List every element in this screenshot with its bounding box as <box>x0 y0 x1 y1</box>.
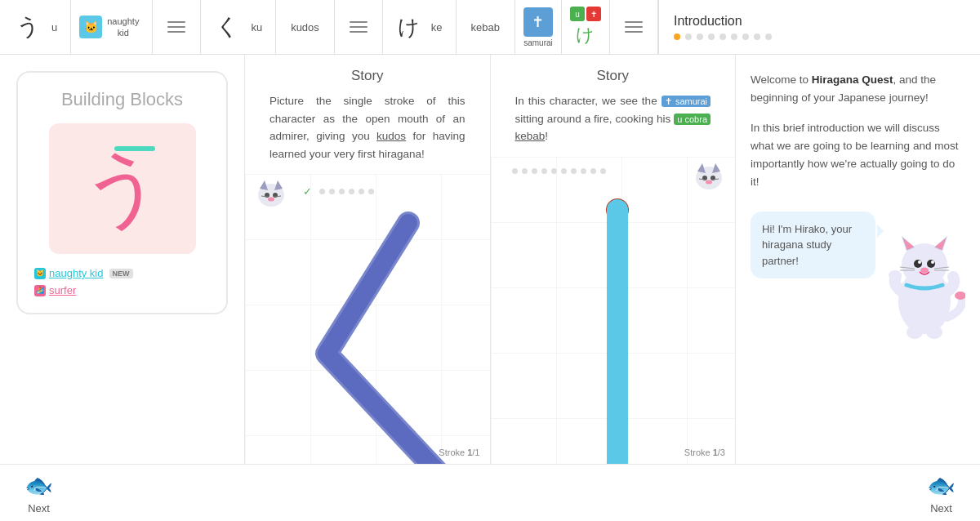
svg-point-35 <box>906 326 923 339</box>
nav-group-samurai[interactable]: ✝ samurai <box>515 0 562 54</box>
nav-dot-5 <box>719 33 726 40</box>
nav-jp-u: う <box>16 11 40 42</box>
nav-jp-ke: け <box>398 13 420 42</box>
story-panels: Story Picture the single stroke of this … <box>245 55 735 464</box>
tag-surfer[interactable]: 🏄 surfer <box>34 284 133 296</box>
fish-icon-left: 🐟 <box>24 472 53 499</box>
nav-dot-9 <box>765 33 772 40</box>
intro-para-2: In this brief introduction we will discu… <box>751 119 965 192</box>
nav-group-ku[interactable]: く ku <box>201 0 276 54</box>
ke-drawing <box>491 157 736 464</box>
nav-rom-u: u <box>47 21 62 33</box>
nav-group-kudos[interactable]: kudos <box>276 0 335 54</box>
nav-group-u[interactable]: う u <box>0 0 71 54</box>
nav-dot-8 <box>754 33 760 40</box>
next-button-left[interactable]: 🐟 Next <box>24 472 53 514</box>
teal-icon: 🐱 <box>34 268 46 279</box>
story-text-2: In this character, we see the ✝ samurai … <box>491 92 736 157</box>
svg-point-14 <box>706 180 712 184</box>
hamburger-menu-1[interactable] <box>156 21 197 33</box>
nav-dot-2 <box>685 33 692 40</box>
story-header-1: Story <box>245 55 490 92</box>
drawing-area-2: Stroke 1/3 <box>491 157 736 464</box>
stroke-line <box>114 146 155 151</box>
nav-samurai-label: samurai <box>523 38 553 47</box>
nav-rom-ku: ku <box>246 21 267 33</box>
nav-dot-7 <box>742 33 749 40</box>
story-header-2: Story <box>491 55 736 92</box>
svg-point-27 <box>918 260 921 264</box>
svg-point-29 <box>920 267 929 273</box>
hamburger-menu-2[interactable] <box>338 21 379 33</box>
pink-icon: 🏄 <box>34 285 46 296</box>
next-label-left: Next <box>28 502 50 514</box>
building-blocks-card: Building Blocks う 🐱 naughty kid NEW 🏄 su… <box>16 71 228 314</box>
bottom-bar: 🐟 Next 🐟 Next <box>0 464 980 521</box>
nav-label-naughty-kid: naughty kid <box>102 16 144 39</box>
nav-group-green-char[interactable]: u ✝ け <box>562 0 610 54</box>
right-panel: Welcome to Hiragana Quest, and the begin… <box>735 55 980 464</box>
top-navigation: う u 🐱 naughty kid く ku kudos け k <box>0 0 980 55</box>
intro-title: Introduction <box>674 14 965 29</box>
middle-section: Story Picture the single stroke of this … <box>245 55 735 464</box>
nav-group-naughty-kid[interactable]: 🐱 naughty kid <box>71 0 153 54</box>
samurai-tag: ✝ samurai <box>662 96 710 107</box>
nav-jp-ku: く <box>216 11 239 42</box>
left-panel: Building Blocks う 🐱 naughty kid NEW 🏄 su… <box>0 55 245 464</box>
stroke-label-1: Stroke 1/1 <box>439 448 479 457</box>
nav-dot-6 <box>731 33 737 40</box>
nav-kebab: kebab <box>466 21 505 33</box>
samurai-icon: ✝ <box>523 7 553 37</box>
nav-char-u: う <box>10 11 47 42</box>
nav-intro-group: Introduction <box>658 0 980 54</box>
hirako-character <box>884 212 965 345</box>
next-button-right[interactable]: 🐟 Next <box>927 472 956 514</box>
ku-drawing <box>245 174 490 464</box>
stroke-label-2: Stroke 1/3 <box>684 448 725 457</box>
svg-point-36 <box>926 326 942 339</box>
svg-point-37 <box>955 292 965 300</box>
nav-hamburger-1[interactable] <box>153 0 201 54</box>
svg-point-34 <box>889 270 902 280</box>
main-content: Building Blocks う 🐱 naughty kid NEW 🏄 su… <box>0 55 980 464</box>
samurai-icon-small: ✝ <box>586 7 601 21</box>
tag-naughty-kid[interactable]: 🐱 naughty kid NEW <box>34 267 133 279</box>
nav-hamburger-2[interactable] <box>335 0 383 54</box>
hirako-section: Hi! I'm Hirako, your hiragana study part… <box>751 212 965 345</box>
nav-rom-ke: ke <box>426 21 448 33</box>
next-label-right: Next <box>930 502 952 514</box>
brand-name: Hiragana Quest <box>812 73 893 86</box>
building-blocks-title: Building Blocks <box>61 89 183 110</box>
svg-point-5 <box>268 198 274 202</box>
cat-face-left-1 <box>253 174 289 213</box>
story-text-1: Picture the single stroke of this charac… <box>245 92 490 174</box>
fish-icon-right: 🐟 <box>927 472 956 499</box>
cobra-tag: u cobra <box>674 114 710 125</box>
nav-dot-4 <box>708 33 715 40</box>
cat-face-right-2 <box>691 157 727 196</box>
char-preview-box: う <box>49 123 196 254</box>
tag-naughty-kid-label[interactable]: naughty kid <box>49 267 104 279</box>
speech-bubble: Hi! I'm Hirako, your hiragana study part… <box>751 212 875 279</box>
intro-para-1: Welcome to Hiragana Quest, and the begin… <box>751 71 965 108</box>
tag-surfer-label[interactable]: surfer <box>49 284 76 296</box>
nav-green-jp: け <box>576 23 595 47</box>
naughty-kid-icon: 🐱 <box>79 16 102 38</box>
nav-hamburger-3[interactable] <box>610 0 658 54</box>
cobra-icon-small: u <box>570 7 585 21</box>
kebab-link[interactable]: kebab <box>515 130 546 142</box>
nav-progress-dots <box>674 33 965 40</box>
drawing-area-1: ✓ <box>245 174 490 464</box>
kudos-link[interactable]: kudos <box>376 130 406 142</box>
new-badge: NEW <box>109 269 133 278</box>
nav-dot-1 <box>674 33 680 40</box>
nav-char-ku: く <box>209 11 246 42</box>
svg-point-25 <box>914 260 922 268</box>
hamburger-menu-3[interactable] <box>613 21 654 33</box>
svg-point-28 <box>931 260 934 264</box>
nav-kudos: kudos <box>286 21 324 33</box>
nav-group-ke[interactable]: け ke <box>383 0 457 54</box>
nav-char-ke: け <box>391 13 426 42</box>
nav-dot-3 <box>697 33 703 40</box>
nav-group-kebab[interactable]: kebab <box>457 0 515 54</box>
